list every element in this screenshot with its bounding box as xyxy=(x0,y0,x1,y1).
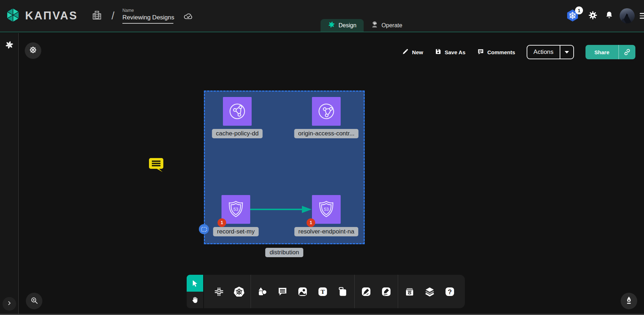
pen-nib-icon xyxy=(625,296,633,306)
sidebar-expand-button[interactable] xyxy=(3,297,16,311)
selection-handle[interactable] xyxy=(199,224,209,234)
tool-separator xyxy=(398,275,398,308)
node-label[interactable]: cache-policy-dd xyxy=(212,129,262,138)
selection-rect-icon xyxy=(201,227,207,232)
error-badge[interactable]: 1 xyxy=(218,218,226,227)
zoom-in-button[interactable] xyxy=(26,293,42,309)
kanvas-logo[interactable]: KAΠVAS xyxy=(5,7,78,24)
user-avatar[interactable] xyxy=(620,8,635,23)
meshery-spiral-icon[interactable] xyxy=(5,40,14,51)
caret-down-icon xyxy=(565,51,569,54)
edge-tool-button[interactable] xyxy=(356,275,376,308)
node-origin-access-control[interactable] xyxy=(312,97,341,126)
new-button[interactable]: New xyxy=(402,48,423,56)
kubernetes-context-badge: 1 xyxy=(575,6,583,14)
share-label: Share xyxy=(585,45,619,59)
pencil-icon xyxy=(402,48,409,56)
bell-icon xyxy=(605,11,613,21)
tool-dock: T xyxy=(187,275,465,308)
share-split-button[interactable]: Share xyxy=(585,45,635,59)
history-drawer-button[interactable] xyxy=(400,275,420,308)
copy-link-button[interactable] xyxy=(619,45,635,59)
notifications-button[interactable] xyxy=(603,10,615,22)
kanvas-app: KAΠVAS / xyxy=(0,0,644,315)
help-icon: ? xyxy=(444,286,455,297)
node-label[interactable]: origin-access-contr... xyxy=(294,129,359,138)
node-cache-policy[interactable] xyxy=(223,97,252,126)
save-as-label: Save As xyxy=(445,49,466,55)
canvas-settings-button[interactable] xyxy=(25,42,41,59)
app-header: KAΠVAS / xyxy=(0,0,644,32)
settings-button[interactable] xyxy=(587,10,599,22)
drawer-icon xyxy=(404,286,415,297)
header-left: KAΠVAS / xyxy=(5,0,193,32)
design-tab-icon xyxy=(328,21,335,30)
actions-split-button[interactable]: Actions xyxy=(527,45,574,59)
svg-text:T: T xyxy=(321,288,325,295)
kubernetes-context-button[interactable]: 1 xyxy=(566,9,580,23)
tab-operate[interactable]: Operate xyxy=(364,19,410,32)
floppy-icon xyxy=(435,48,442,56)
layers-icon xyxy=(424,286,435,297)
save-as-button[interactable]: Save As xyxy=(435,48,466,56)
chip-icon xyxy=(214,286,224,297)
tool-separator xyxy=(251,275,251,308)
tool-separator xyxy=(354,275,355,308)
comments-button[interactable]: Comments xyxy=(477,48,515,56)
note-tool-button[interactable] xyxy=(333,275,353,308)
pointer-tool-column xyxy=(187,275,203,308)
text-tool-button[interactable]: T xyxy=(313,275,333,308)
distribution-group-selection[interactable]: 53 53 cache-policy-dd origin-access-cont… xyxy=(204,91,365,244)
kanvas-logo-text: KAΠVAS xyxy=(25,9,78,22)
node-resolver-endpoint[interactable]: 53 xyxy=(312,195,341,224)
route53-icon: 53 xyxy=(225,198,247,221)
mode-tabs: Design Operate xyxy=(321,19,410,32)
comment-icon xyxy=(477,48,484,56)
actions-dropdown-toggle[interactable] xyxy=(560,46,573,59)
header-right: 1 xyxy=(566,0,644,32)
shapes-icon xyxy=(257,286,268,297)
flower-icon xyxy=(29,46,37,56)
node-label[interactable]: resolver-endpoint-na xyxy=(294,227,358,236)
design-action-bar: New Save As Comm xyxy=(402,45,635,59)
help-button[interactable]: ? xyxy=(440,275,460,308)
image-icon xyxy=(297,286,308,297)
kanvas-logo-icon xyxy=(5,7,21,24)
text-tool-icon: T xyxy=(317,286,328,297)
organization-icon[interactable] xyxy=(92,9,102,22)
menu-icon[interactable] xyxy=(640,12,644,19)
tab-design[interactable]: Design xyxy=(321,19,364,32)
comment-tool-button[interactable] xyxy=(272,275,293,308)
svg-text:?: ? xyxy=(448,288,452,295)
actions-label: Actions xyxy=(527,46,560,59)
design-tab-label: Design xyxy=(339,22,356,29)
error-badge[interactable]: 1 xyxy=(307,218,315,227)
cloud-saved-icon xyxy=(183,12,193,22)
cloudfront-icon xyxy=(226,100,248,122)
comments-label: Comments xyxy=(487,49,515,55)
layers-button[interactable] xyxy=(420,275,440,308)
components-tool-button[interactable] xyxy=(209,275,229,308)
svg-text:53: 53 xyxy=(233,207,238,212)
whiteboarding-button[interactable] xyxy=(621,293,637,309)
canvas-comment-pin[interactable] xyxy=(148,157,164,173)
kubernetes-wheel-icon xyxy=(233,286,245,297)
design-name-field: Name Reviewing Designs xyxy=(122,8,173,24)
comment-tool-icon xyxy=(277,286,288,297)
group-label[interactable]: distribution xyxy=(265,248,303,257)
pan-tool-button[interactable] xyxy=(187,292,203,308)
image-tool-button[interactable] xyxy=(293,275,313,308)
operate-tab-icon xyxy=(371,21,378,30)
node-label[interactable]: record-set-my xyxy=(213,227,259,236)
new-label: New xyxy=(412,49,423,55)
operate-tab-label: Operate xyxy=(382,22,402,29)
kubernetes-tool-button[interactable] xyxy=(229,275,249,308)
svg-text:53: 53 xyxy=(324,207,329,212)
cloudfront-icon xyxy=(312,97,341,126)
select-tool-button[interactable] xyxy=(187,275,203,292)
node-record-set[interactable]: 53 xyxy=(221,195,250,224)
freehand-draw-tool-button[interactable] xyxy=(376,275,396,308)
edge-record-to-resolver[interactable] xyxy=(250,205,312,214)
shapes-tool-button[interactable] xyxy=(252,275,272,308)
design-name-input[interactable]: Reviewing Designs xyxy=(122,14,173,24)
